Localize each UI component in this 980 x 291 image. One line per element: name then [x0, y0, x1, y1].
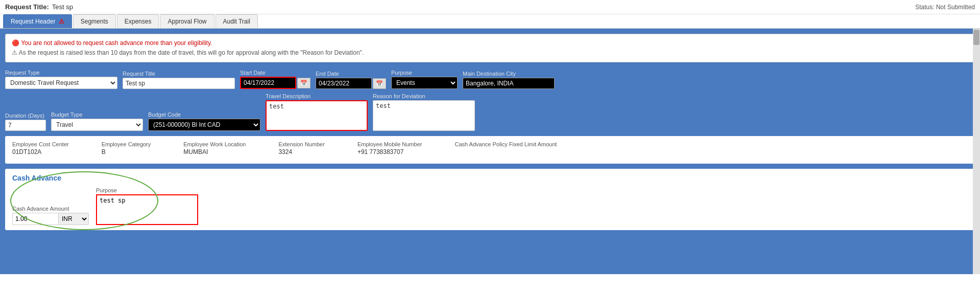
work-location-label: Employee Work Location: [183, 141, 246, 147]
cash-purpose-label: Purpose: [96, 187, 198, 193]
travel-description-textarea[interactable]: test: [266, 100, 368, 131]
scrollbar[interactable]: [973, 29, 980, 274]
main-destination-label: Main Destination City: [463, 71, 555, 77]
scrollbar-thumb[interactable]: [973, 30, 979, 45]
end-date-label: End Date: [316, 71, 386, 77]
main-content: 🔴 You are not allowed to request cash ad…: [0, 29, 980, 274]
end-date-input[interactable]: [316, 78, 372, 89]
alert-error: 🔴 You are not allowed to request cash ad…: [12, 38, 968, 48]
error-icon: ⚠: [59, 18, 64, 25]
budget-code-select[interactable]: (251-000000) Bl Int CAD: [148, 119, 260, 131]
category-value: B: [102, 148, 151, 155]
tab-segments[interactable]: Segments: [73, 14, 116, 28]
duration-group: Duration (Days): [5, 113, 46, 131]
category-label: Employee Category: [102, 141, 151, 147]
work-location-group: Employee Work Location MUMBAI: [183, 141, 246, 155]
extension-label: Extension Number: [278, 141, 325, 147]
form-row-2: Duration (Days) Budget Type Travel Budge…: [5, 93, 975, 131]
travel-description-group: Travel Description test: [266, 93, 368, 131]
start-date-group: Start Date 📅: [240, 70, 310, 89]
cash-row: Cash Advance Amount INR USD EUR Purpose …: [12, 187, 968, 225]
duration-input[interactable]: [5, 120, 46, 131]
mobile-label: Employee Mobile Number: [357, 141, 422, 147]
tab-audit-trail[interactable]: Audit Trail: [216, 14, 258, 28]
cash-amount-label: Cash Advance Amount: [12, 206, 89, 212]
budget-type-label: Budget Type: [51, 111, 143, 118]
start-date-wrapper: 📅: [240, 77, 310, 89]
request-type-group: Request Type Domestic Travel Request: [5, 70, 117, 89]
cash-advance-policy-group: Cash Advance Policy Fixed Limit Amount: [455, 141, 557, 155]
request-title-label: Request Title: [123, 71, 235, 77]
reason-for-deviation-textarea[interactable]: test: [373, 100, 475, 131]
employee-info-section: Employee Cost Center 01DT102A Employee C…: [5, 136, 975, 164]
end-date-calendar-icon[interactable]: 📅: [373, 78, 386, 89]
travel-description-label: Travel Description: [266, 93, 368, 99]
tab-request-header[interactable]: Request Header ⚠: [3, 14, 72, 28]
start-date-input[interactable]: [240, 77, 296, 89]
request-title-label: Request Title:: [5, 3, 49, 11]
employee-info-row: Employee Cost Center 01DT102A Employee C…: [12, 141, 968, 155]
budget-code-label: Budget Code: [148, 111, 260, 118]
mobile-value: +91 7738383707: [357, 148, 422, 155]
request-type-select[interactable]: Domestic Travel Request: [5, 77, 117, 89]
reason-for-deviation-label: Reason for Deviation: [373, 93, 475, 99]
mobile-group: Employee Mobile Number +91 7738383707: [357, 141, 422, 155]
cost-center-label: Employee Cost Center: [12, 141, 69, 147]
cash-advance-policy-label: Cash Advance Policy Fixed Limit Amount: [455, 141, 557, 147]
purpose-label: Purpose: [391, 70, 458, 76]
purpose-group: Purpose Events: [391, 70, 458, 89]
cash-purpose-textarea[interactable]: test sp: [96, 194, 198, 225]
tab-expenses[interactable]: Expenses: [117, 14, 159, 28]
cash-amount-row: INR USD EUR: [12, 213, 89, 225]
extension-group: Extension Number 3324: [278, 141, 325, 155]
purpose-select[interactable]: Events: [391, 77, 458, 89]
reason-for-deviation-group: Reason for Deviation test: [373, 93, 475, 131]
duration-label: Duration (Days): [5, 113, 46, 119]
request-type-label: Request Type: [5, 70, 117, 76]
cash-amount-input[interactable]: [12, 213, 58, 225]
end-date-group: End Date 📅: [316, 71, 386, 89]
request-title-group: Request Title: [123, 71, 235, 89]
cash-amount-group: Cash Advance Amount INR USD EUR: [12, 206, 89, 225]
status-value: Not Submitted: [936, 4, 975, 11]
main-destination-group: Main Destination City: [463, 71, 555, 89]
main-destination-input[interactable]: [463, 78, 555, 89]
tab-approval-flow[interactable]: Approval Flow: [160, 14, 214, 28]
cash-purpose-group: Purpose test sp: [96, 187, 198, 225]
warning-icon: ⚠: [12, 49, 17, 56]
extension-value: 3324: [278, 148, 325, 155]
currency-select[interactable]: INR USD EUR: [58, 213, 89, 225]
budget-code-group: Budget Code (251-000000) Bl Int CAD: [148, 111, 260, 131]
cost-center-group: Employee Cost Center 01DT102A: [12, 141, 69, 155]
budget-type-select[interactable]: Travel: [51, 119, 143, 131]
cash-advance-title: Cash Advance: [12, 174, 968, 182]
status-label: Status:: [915, 4, 934, 11]
work-location-value: MUMBAI: [183, 148, 246, 155]
start-date-calendar-icon[interactable]: 📅: [297, 78, 310, 88]
cost-center-value: 01DT102A: [12, 148, 69, 155]
error-icon: 🔴: [12, 39, 19, 47]
end-date-wrapper: 📅: [316, 78, 386, 89]
budget-type-group: Budget Type Travel: [51, 111, 143, 131]
request-title-input[interactable]: [123, 78, 235, 89]
form-row-1: Request Type Domestic Travel Request Req…: [5, 70, 975, 89]
alert-box: 🔴 You are not allowed to request cash ad…: [5, 34, 975, 62]
category-group: Employee Category B: [102, 141, 151, 155]
tabs-bar: Request Header ⚠ Segments Expenses Appro…: [0, 14, 980, 29]
alert-warning: ⚠ As the request is raised less than 10 …: [12, 48, 968, 58]
start-date-label: Start Date: [240, 70, 310, 76]
cash-advance-section: Cash Advance Cash Advance Amount INR USD…: [5, 169, 975, 230]
request-title-value: Test sp: [52, 3, 73, 11]
top-bar: Request Title: Test sp Status: Not Submi…: [0, 0, 980, 14]
